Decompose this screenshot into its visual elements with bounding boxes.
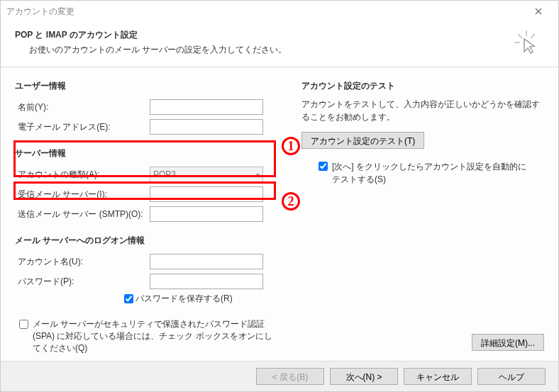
incoming-server-input[interactable] <box>150 186 263 202</box>
account-type-label: アカウントの種類(A): <box>15 169 150 181</box>
header-title: POP と IMAP のアカウント設定 <box>15 29 514 41</box>
save-password-label: パスワードを保存する(R) <box>135 293 233 305</box>
password-input[interactable] <box>150 274 263 289</box>
account-type-select: POP3 ▾ <box>150 167 263 182</box>
right-column: アカウント設定のテスト アカウントをテストして、入力内容が正しいかどうかを確認す… <box>301 80 544 354</box>
name-input[interactable] <box>150 99 263 115</box>
footer: < 戻る(B) 次へ(N) > キャンセル ヘルプ <box>1 361 558 391</box>
dialog-window: アカウントの変更 POP と IMAP のアカウント設定 お使いのアカウントのメ… <box>0 0 559 392</box>
outgoing-server-label: 送信メール サーバー (SMTP)(O): <box>15 208 150 220</box>
header-text: POP と IMAP のアカウント設定 お使いのアカウントのメール サーバーの設… <box>15 29 514 56</box>
test-description: アカウントをテストして、入力内容が正しいかどうかを確認することをお勧めします。 <box>301 98 544 123</box>
svg-line-1 <box>518 34 522 38</box>
svg-line-2 <box>531 34 535 38</box>
password-label: パスワード(P): <box>15 276 150 288</box>
test-account-button[interactable]: アカウント設定のテスト(T) <box>301 132 424 149</box>
wizard-cursor-icon <box>514 30 538 57</box>
spa-label: メール サーバーがセキュリティで保護されたパスワード認証 (SPA) に対応して… <box>33 318 274 354</box>
help-button[interactable]: ヘルプ <box>477 368 546 385</box>
user-info-heading: ユーザー情報 <box>15 80 284 92</box>
more-settings-button[interactable]: 詳細設定(M)... <box>472 334 544 351</box>
email-input[interactable] <box>150 119 263 135</box>
back-button[interactable]: < 戻る(B) <box>256 368 324 385</box>
annotation-number-1: 1 <box>282 137 300 155</box>
logon-info-heading: メール サーバーへのログオン情報 <box>15 235 284 247</box>
spa-checkbox[interactable] <box>19 320 28 329</box>
titlebar: アカウントの変更 <box>1 1 558 22</box>
auto-test-checkbox[interactable] <box>319 162 328 171</box>
annotation-number-2: 2 <box>282 192 300 211</box>
name-label: 名前(Y): <box>15 101 150 113</box>
content-area: ユーザー情報 名前(Y): 電子メール アドレス(E): サーバー情報 アカウン… <box>1 67 558 361</box>
header: POP と IMAP のアカウント設定 お使いのアカウントのメール サーバーの設… <box>1 22 558 67</box>
incoming-server-label: 受信メール サーバー(I): <box>15 189 150 201</box>
server-info-heading: サーバー情報 <box>15 147 284 159</box>
account-name-input[interactable] <box>150 254 263 269</box>
close-button[interactable] <box>524 1 553 22</box>
auto-test-label: [次へ] をクリックしたらアカウント設定を自動的にテストする(S) <box>332 160 531 186</box>
cancel-button[interactable]: キャンセル <box>404 368 472 385</box>
test-heading: アカウント設定のテスト <box>301 80 544 92</box>
account-name-label: アカウント名(U): <box>15 256 150 268</box>
left-column: ユーザー情報 名前(Y): 電子メール アドレス(E): サーバー情報 アカウン… <box>15 80 284 354</box>
outgoing-server-input[interactable] <box>150 206 263 222</box>
next-button[interactable]: 次へ(N) > <box>330 368 398 385</box>
email-label: 電子メール アドレス(E): <box>15 121 150 133</box>
window-title: アカウントの変更 <box>6 6 74 18</box>
header-subtitle: お使いのアカウントのメール サーバーの設定を入力してください。 <box>15 44 514 56</box>
save-password-checkbox[interactable] <box>124 294 133 303</box>
account-type-value: POP3 <box>153 169 176 179</box>
close-icon <box>535 8 542 15</box>
chevron-down-icon: ▾ <box>256 171 260 179</box>
